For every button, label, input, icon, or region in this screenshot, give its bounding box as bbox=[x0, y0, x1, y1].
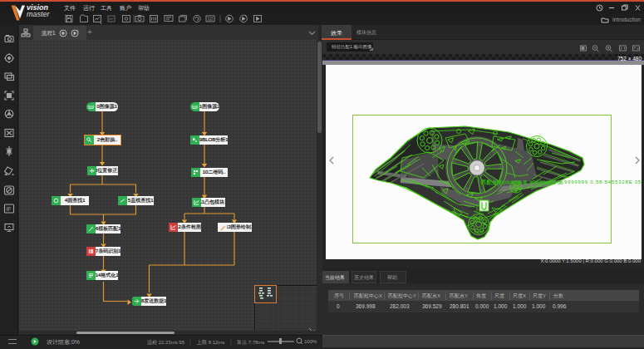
svg-text:IF: IF bbox=[6, 206, 11, 212]
